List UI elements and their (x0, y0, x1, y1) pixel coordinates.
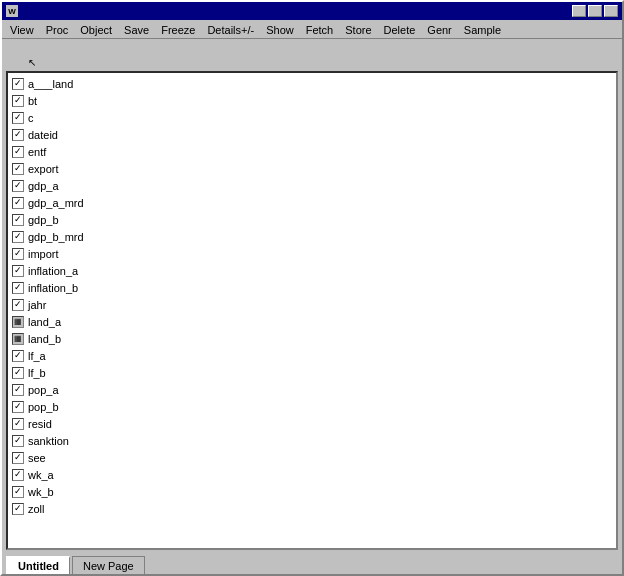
variable-checkbox[interactable] (12, 197, 24, 209)
list-item[interactable]: wk_a (8, 466, 616, 483)
variable-checkbox[interactable] (12, 350, 24, 362)
list-item[interactable]: pop_b (8, 398, 616, 415)
list-item[interactable]: pop_a (8, 381, 616, 398)
variable-checkbox[interactable] (12, 129, 24, 141)
menu-bar: View Proc Object Save Freeze Details+/- … (2, 20, 622, 39)
list-item[interactable]: see (8, 449, 616, 466)
list-item[interactable]: a___land (8, 75, 616, 92)
variable-checkbox[interactable] (12, 95, 24, 107)
variable-name: wk_a (28, 469, 54, 481)
variable-name: wk_b (28, 486, 54, 498)
variable-list-container[interactable]: a___landbtcdateidentfexportgdp_agdp_a_mr… (6, 71, 618, 550)
variable-name: c (28, 112, 34, 124)
variable-checkbox[interactable] (12, 486, 24, 498)
title-bar: W (2, 2, 622, 20)
range-info (6, 41, 9, 53)
variable-checkbox[interactable] (12, 469, 24, 481)
menu-genr[interactable]: Genr (421, 22, 457, 38)
variable-checkbox[interactable] (12, 248, 24, 260)
variable-checkbox[interactable] (12, 265, 24, 277)
menu-view[interactable]: View (4, 22, 40, 38)
tab-bar: Untitled New Page (2, 552, 622, 574)
variable-name: land_b (28, 333, 61, 345)
list-item[interactable]: bt (8, 92, 616, 109)
list-item[interactable]: gdp_a_mrd (8, 194, 616, 211)
variable-name: pop_a (28, 384, 59, 396)
variable-name: lf_b (28, 367, 46, 379)
variable-name: entf (28, 146, 46, 158)
menu-store[interactable]: Store (339, 22, 377, 38)
variable-checkbox[interactable] (12, 180, 24, 192)
variable-name: gdp_a (28, 180, 59, 192)
app-icon: W (6, 5, 18, 17)
list-item[interactable]: c (8, 109, 616, 126)
tab-untitled[interactable]: Untitled (6, 556, 70, 574)
menu-fetch[interactable]: Fetch (300, 22, 340, 38)
list-item[interactable]: inflation_b (8, 279, 616, 296)
list-item[interactable]: export (8, 160, 616, 177)
sample-bar: ↖ (2, 55, 622, 69)
variable-name: gdp_a_mrd (28, 197, 84, 209)
list-item[interactable]: dateid (8, 126, 616, 143)
title-bar-controls (572, 5, 618, 17)
cursor-icon: ↖ (28, 57, 36, 68)
title-bar-left: W (6, 5, 22, 17)
variable-name: gdp_b (28, 214, 59, 226)
variable-checkbox[interactable]: ▦ (12, 333, 24, 345)
list-item[interactable]: import (8, 245, 616, 262)
variable-name: a___land (28, 78, 73, 90)
menu-save[interactable]: Save (118, 22, 155, 38)
list-item[interactable]: gdp_b (8, 211, 616, 228)
menu-show[interactable]: Show (260, 22, 300, 38)
list-item[interactable]: entf (8, 143, 616, 160)
variable-checkbox[interactable] (12, 367, 24, 379)
list-item[interactable]: inflation_a (8, 262, 616, 279)
variable-checkbox[interactable] (12, 435, 24, 447)
menu-proc[interactable]: Proc (40, 22, 75, 38)
variable-checkbox[interactable] (12, 299, 24, 311)
menu-delete[interactable]: Delete (378, 22, 422, 38)
list-item[interactable]: lf_a (8, 347, 616, 364)
list-item[interactable]: sanktion (8, 432, 616, 449)
list-item[interactable]: resid (8, 415, 616, 432)
list-item[interactable]: ▦land_a (8, 313, 616, 330)
variable-name: sanktion (28, 435, 69, 447)
variable-checkbox[interactable] (12, 503, 24, 515)
list-item[interactable]: wk_b (8, 483, 616, 500)
variable-checkbox[interactable] (12, 282, 24, 294)
variable-name: zoll (28, 503, 45, 515)
minimize-button[interactable] (572, 5, 586, 17)
variable-name: see (28, 452, 46, 464)
variable-name: land_a (28, 316, 61, 328)
variable-name: lf_a (28, 350, 46, 362)
variable-checkbox[interactable] (12, 112, 24, 124)
menu-freeze[interactable]: Freeze (155, 22, 201, 38)
variable-checkbox[interactable] (12, 452, 24, 464)
close-button[interactable] (604, 5, 618, 17)
variable-name: inflation_b (28, 282, 78, 294)
list-item[interactable]: zoll (8, 500, 616, 517)
variable-checkbox[interactable] (12, 146, 24, 158)
variable-list: a___landbtcdateidentfexportgdp_agdp_a_mr… (8, 73, 616, 519)
list-item[interactable]: gdp_a (8, 177, 616, 194)
variable-checkbox[interactable] (12, 214, 24, 226)
list-item[interactable]: gdp_b_mrd (8, 228, 616, 245)
variable-checkbox[interactable] (12, 418, 24, 430)
list-item[interactable]: ▦land_b (8, 330, 616, 347)
maximize-button[interactable] (588, 5, 602, 17)
variable-checkbox[interactable] (12, 384, 24, 396)
variable-checkbox[interactable]: ▦ (12, 316, 24, 328)
variable-checkbox[interactable] (12, 231, 24, 243)
list-item[interactable]: lf_b (8, 364, 616, 381)
list-item[interactable]: jahr (8, 296, 616, 313)
variable-name: inflation_a (28, 265, 78, 277)
variable-checkbox[interactable] (12, 78, 24, 90)
tab-new-page[interactable]: New Page (72, 556, 145, 574)
menu-sample[interactable]: Sample (458, 22, 507, 38)
menu-object[interactable]: Object (74, 22, 118, 38)
variable-name: dateid (28, 129, 58, 141)
menu-details[interactable]: Details+/- (201, 22, 260, 38)
variable-name: import (28, 248, 59, 260)
variable-checkbox[interactable] (12, 401, 24, 413)
variable-checkbox[interactable] (12, 163, 24, 175)
